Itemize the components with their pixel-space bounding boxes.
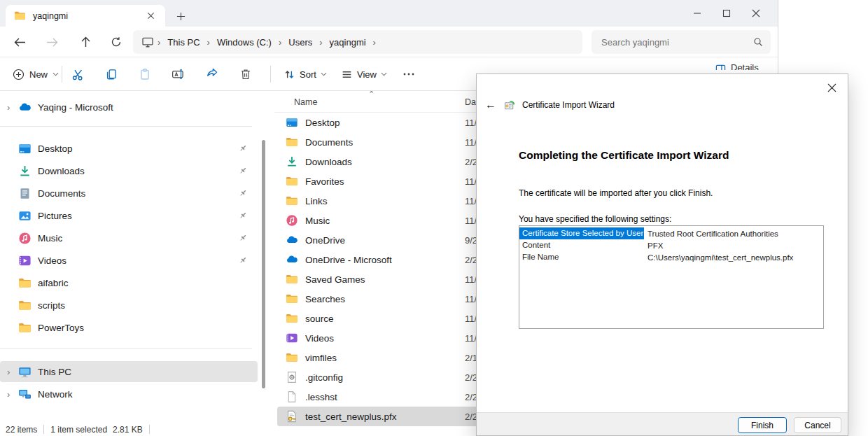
finish-button[interactable]: Finish (738, 417, 787, 433)
onedrive-cloud-icon (286, 234, 298, 246)
dialog-footer: Finish Cancel (477, 412, 848, 435)
back-arrow-icon[interactable]: ← (484, 98, 498, 112)
file-name: source (305, 314, 334, 324)
sidebar-item-label: aifabric (38, 278, 258, 288)
details-button-partial[interactable]: Details (715, 62, 774, 70)
minimize-button[interactable] (682, 0, 712, 27)
sidebar-separator (0, 126, 252, 127)
new-button[interactable]: New (6, 63, 66, 85)
sidebar-item-powertoys[interactable]: PowerToys (0, 317, 258, 338)
folder-icon (286, 136, 298, 148)
file-name: OneDrive - Microsoft (305, 255, 392, 265)
back-button[interactable] (10, 34, 29, 50)
sidebar-item-downloads[interactable]: Downloads (0, 160, 258, 181)
sort-button[interactable]: Sort (277, 63, 333, 85)
dialog-close-button[interactable] (824, 80, 839, 95)
music-icon (18, 232, 31, 245)
sidebar-item-music[interactable]: Music (0, 227, 258, 248)
chevron-right-icon: › (205, 37, 212, 48)
file-name: Desktop (305, 118, 340, 128)
share-button[interactable] (198, 63, 226, 85)
maximize-button[interactable] (712, 0, 741, 27)
paste-button[interactable] (131, 63, 159, 85)
documents-icon (18, 187, 31, 200)
copy-button[interactable] (97, 63, 125, 85)
chevron-down-icon (381, 72, 387, 76)
sort-ascending-icon: ⌃ (368, 90, 374, 99)
list-item-saved-games[interactable]: Saved Games11/ (277, 269, 479, 289)
cancel-button[interactable]: Cancel (794, 417, 841, 433)
list-item-source[interactable]: source11/ (277, 309, 479, 328)
certificate-file-icon (286, 410, 298, 423)
sidebar-item-label: Videos (38, 255, 238, 266)
list-item-downloads[interactable]: Downloads2/2 (277, 152, 479, 171)
list-item-vimfiles[interactable]: vimfiles2/1 (277, 348, 479, 367)
sidebar-item-this-pc[interactable]: › This PC (0, 361, 258, 382)
up-button[interactable] (76, 34, 95, 50)
folder-icon (286, 312, 298, 325)
view-button[interactable]: View (335, 63, 393, 85)
list-item-desktop[interactable]: Desktop11/ (277, 113, 479, 132)
column-header-date[interactable]: Da (465, 97, 476, 107)
view-lines-icon (341, 69, 353, 80)
breadcrumb[interactable]: › This PC › Windows (C:) › Users › yaqin… (133, 30, 582, 54)
list-item-favorites[interactable]: Favorites11/ (277, 171, 479, 191)
file-date: 11/ (465, 314, 477, 324)
breadcrumb-yaqingmi[interactable]: yaqingmi (325, 34, 371, 50)
list-item-onedrive-microsoft[interactable]: OneDrive - Microsoft2/2 (277, 250, 479, 269)
list-item-onedrive[interactable]: OneDrive9/2 (277, 230, 479, 250)
file-date: 11/ (465, 216, 477, 226)
trash-icon (239, 68, 252, 80)
list-item-lesshst[interactable]: .lesshst2/2 (277, 387, 479, 407)
settings-row-filename[interactable]: File Name C:\Users\yaqingmi\test_cert_ne… (519, 251, 823, 263)
refresh-button[interactable] (106, 34, 126, 50)
folder-icon (286, 273, 298, 286)
cut-button[interactable] (64, 63, 92, 85)
sidebar-item-scripts[interactable]: scripts (0, 295, 258, 316)
sort-button-label: Sort (300, 69, 316, 80)
sidebar-item-videos[interactable]: Videos (0, 250, 258, 271)
close-button[interactable] (741, 0, 771, 27)
rename-button[interactable] (164, 63, 192, 85)
address-bar-row: › This PC › Windows (C:) › Users › yaqin… (0, 27, 778, 57)
sidebar-scrollbar[interactable] (262, 140, 265, 388)
chevron-expand-icon: › (7, 102, 17, 113)
breadcrumb-windows-c[interactable]: Windows (C:) (212, 34, 276, 50)
breadcrumb-this-pc[interactable]: This PC (162, 34, 204, 50)
setting-value: Trusted Root Certification Authorities (644, 230, 778, 238)
sidebar-item-label: scripts (38, 300, 258, 311)
list-item-videos[interactable]: Videos11/ (277, 328, 479, 348)
forward-button[interactable] (42, 34, 62, 50)
rename-icon (172, 68, 186, 80)
breadcrumb-users[interactable]: Users (284, 34, 317, 50)
delete-button[interactable] (232, 63, 260, 85)
list-item-searches[interactable]: Searches11/ (277, 289, 479, 309)
list-item-music[interactable]: Music11/ (277, 211, 479, 230)
sidebar-item-documents[interactable]: Documents (0, 183, 258, 204)
settings-row-content[interactable]: Content PFX (519, 239, 823, 251)
screen: yaqingmi (0, 0, 868, 436)
list-item-links[interactable]: Links11/ (277, 191, 479, 211)
navigation-pane: › Yaqing - Microsoft Desktop Downloads D… (0, 92, 259, 423)
sidebar-item-label: Music (38, 233, 238, 244)
sidebar-item-onedrive[interactable]: › Yaqing - Microsoft (0, 97, 258, 118)
sidebar-item-aifabric[interactable]: aifabric (0, 272, 258, 293)
column-header-name[interactable]: Name (294, 97, 317, 107)
settings-row-store[interactable]: Certificate Store Selected by User Trust… (519, 227, 823, 239)
list-item-documents[interactable]: Documents11/ (277, 132, 479, 152)
search-input[interactable] (601, 30, 741, 54)
tab-close-button[interactable] (143, 8, 158, 24)
selection-count: 1 item selected (50, 425, 107, 435)
explorer-tab[interactable]: yaqingmi (6, 5, 165, 27)
file-date: 11/ (465, 176, 477, 187)
videos-icon (286, 332, 298, 344)
sidebar-item-pictures[interactable]: Pictures (0, 205, 258, 226)
more-options-button[interactable] (395, 63, 423, 85)
file-date: 11/ (465, 333, 477, 344)
search-icon (752, 36, 764, 48)
list-item-gitconfig[interactable]: .gitconfig2/2 (277, 367, 479, 387)
new-tab-button[interactable] (172, 8, 189, 24)
sidebar-item-network[interactable]: › Network (0, 384, 258, 405)
file-icon (286, 391, 298, 403)
sidebar-item-desktop[interactable]: Desktop (0, 138, 258, 159)
